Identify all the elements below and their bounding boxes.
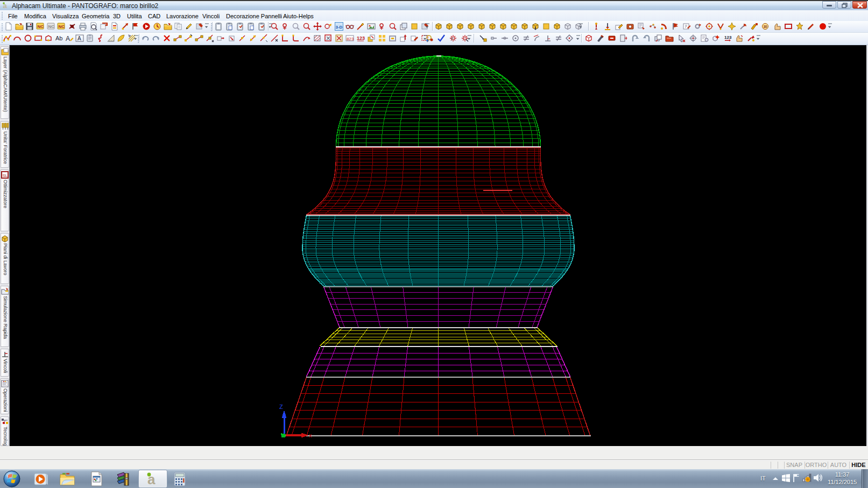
svg-text:x: x xyxy=(601,35,603,39)
svg-text:A: A xyxy=(66,35,70,43)
svg-text:NC: NC xyxy=(48,24,54,29)
svg-text:123: 123 xyxy=(357,36,365,41)
svg-text:3-D: 3-D xyxy=(336,25,343,30)
svg-text:Z: Z xyxy=(279,404,283,410)
svg-text:123: 123 xyxy=(724,35,732,40)
svg-text:NC: NC xyxy=(37,24,44,29)
svg-text:30: 30 xyxy=(763,25,767,29)
svg-text:823: 823 xyxy=(347,37,354,41)
svg-text:Ab: Ab xyxy=(55,35,62,41)
svg-text:NC: NC xyxy=(58,24,65,29)
svg-text:A: A xyxy=(77,36,81,41)
svg-text:SL: SL xyxy=(3,173,8,178)
svg-text:?: ? xyxy=(450,37,453,41)
svg-text:x: x xyxy=(309,432,312,439)
